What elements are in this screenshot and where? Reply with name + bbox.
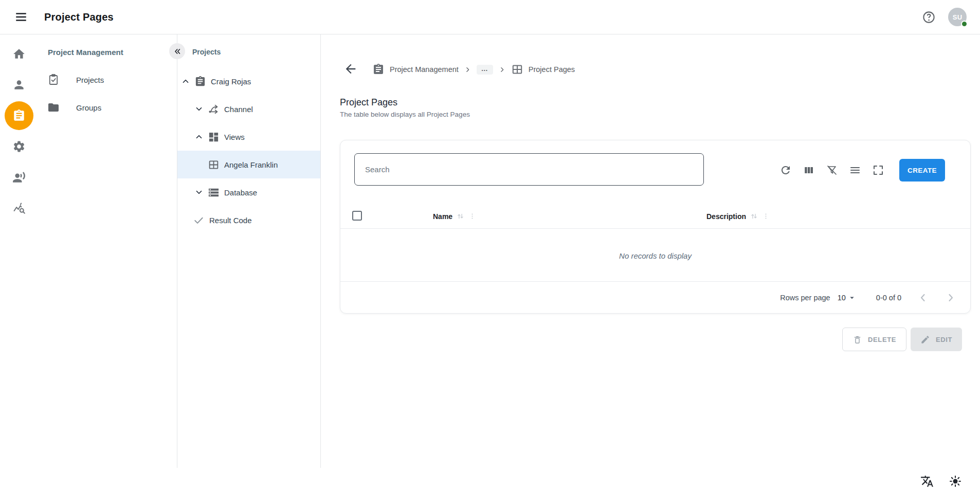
dashboard-icon xyxy=(208,131,220,143)
data-table-card: CREATE Name Description No records to di… xyxy=(340,140,971,314)
person-icon xyxy=(12,78,26,92)
translate-icon xyxy=(920,475,934,488)
folder-icon xyxy=(47,101,60,114)
view-columns-icon xyxy=(803,164,815,176)
pagination-range: 0-0 of 0 xyxy=(876,294,901,302)
chevron-up-icon[interactable] xyxy=(194,132,204,141)
create-button[interactable]: CREATE xyxy=(899,159,945,182)
breadcrumb-project-management[interactable]: Project Management xyxy=(372,63,459,76)
brightness-icon xyxy=(949,475,962,488)
table-toolbar: CREATE xyxy=(779,159,945,182)
rail-item-settings[interactable] xyxy=(4,131,34,162)
rows-per-page-select[interactable]: 10 xyxy=(838,293,857,302)
help-icon xyxy=(922,10,936,24)
rail-item-analytics[interactable] xyxy=(4,193,34,224)
density-button[interactable] xyxy=(849,164,861,176)
clipboard-check-icon xyxy=(47,74,60,86)
hamburger-menu-button[interactable] xyxy=(13,9,29,25)
menu-icon xyxy=(14,10,28,24)
arrow-back-icon xyxy=(343,62,358,76)
column-menu-icon[interactable] xyxy=(762,212,770,220)
tree-node-label: Angela Franklin xyxy=(224,160,278,169)
next-page-button[interactable] xyxy=(945,292,957,304)
sort-icon[interactable] xyxy=(456,212,465,220)
topbar-actions: SU xyxy=(922,8,967,26)
view-columns-button[interactable] xyxy=(803,164,815,176)
tree-node-label: Database xyxy=(224,188,257,197)
collapse-panel-button[interactable] xyxy=(169,43,185,59)
help-button[interactable] xyxy=(922,10,936,24)
tree-node-label: Views xyxy=(224,133,245,141)
module-nav-panel: Project Management Projects Groups xyxy=(38,34,177,490)
clipboard-icon xyxy=(372,63,385,76)
select-all-checkbox[interactable] xyxy=(352,211,362,221)
nav-item-label: Groups xyxy=(76,103,101,112)
search-input[interactable] xyxy=(354,153,704,186)
query-stats-icon xyxy=(12,202,26,215)
nav-item-groups[interactable]: Groups xyxy=(38,96,177,119)
edit-button[interactable]: EDIT xyxy=(911,328,962,351)
fullscreen-button[interactable] xyxy=(872,164,884,176)
page-subtitle: The table below displays all Project Pag… xyxy=(340,111,470,118)
rail-item-projects-active[interactable] xyxy=(4,100,34,131)
refresh-icon xyxy=(779,164,792,176)
rail-item-announcements[interactable] xyxy=(4,162,34,193)
edit-button-label: EDIT xyxy=(936,336,952,343)
rail-item-users[interactable] xyxy=(4,69,34,100)
nav-item-projects[interactable]: Projects xyxy=(38,68,177,91)
column-header-name: Name xyxy=(433,204,476,228)
user-avatar[interactable]: SU xyxy=(948,8,967,26)
tree-node-label: Craig Rojas xyxy=(211,77,251,86)
nav-item-label: Projects xyxy=(76,76,104,84)
nav-list: Projects Groups xyxy=(38,68,177,119)
chevron-up-icon[interactable] xyxy=(181,77,190,86)
project-tree: Craig Rojas Channel Views xyxy=(177,67,320,234)
tree-node-result-code[interactable]: Result Code xyxy=(177,206,320,234)
nav-panel-heading: Project Management xyxy=(48,48,177,57)
clipboard-icon xyxy=(12,109,26,122)
page-corner-tools xyxy=(920,475,962,488)
clipboard-icon xyxy=(194,76,206,87)
chevron-left-icon xyxy=(917,292,929,304)
table-icon xyxy=(208,159,220,171)
sort-icon[interactable] xyxy=(750,212,758,220)
breadcrumb-project-pages[interactable]: Project Pages xyxy=(511,63,575,76)
previous-page-button[interactable] xyxy=(917,292,929,304)
tree-node-label: Result Code xyxy=(209,216,252,225)
column-label: Description xyxy=(706,212,746,221)
delete-button[interactable]: DELETE xyxy=(842,328,906,351)
density-icon xyxy=(849,164,861,176)
check-icon xyxy=(193,214,205,226)
active-rail-badge xyxy=(5,101,33,130)
rows-per-page-label: Rows per page xyxy=(780,294,830,302)
tree-node-craig-rojas[interactable]: Craig Rojas xyxy=(177,67,320,95)
chevron-right-icon xyxy=(499,66,505,73)
breadcrumb-ellipsis-button[interactable]: … xyxy=(477,65,493,75)
brightness-button[interactable] xyxy=(949,475,962,488)
column-menu-icon[interactable] xyxy=(468,212,476,220)
column-header-description: Description xyxy=(706,204,770,228)
rail-item-home[interactable] xyxy=(4,39,34,69)
rows-per-page-value: 10 xyxy=(838,294,846,302)
page-title: Project Pages xyxy=(340,97,470,108)
refresh-button[interactable] xyxy=(779,164,792,176)
chevron-down-icon[interactable] xyxy=(194,104,204,114)
filter-off-icon xyxy=(826,164,838,176)
chevron-right-icon xyxy=(464,66,471,73)
pencil-icon xyxy=(920,335,930,344)
back-button[interactable] xyxy=(343,62,359,76)
tree-node-database[interactable]: Database xyxy=(177,178,320,206)
tree-node-angela-franklin[interactable]: Angela Franklin xyxy=(177,151,320,178)
breadcrumb: Project Management … Project Pages xyxy=(372,62,575,77)
table-pagination: Rows per page 10 0-0 of 0 xyxy=(340,281,970,313)
main-content: Project Management … Project Pages Proje… xyxy=(321,34,980,490)
trash-icon xyxy=(852,335,862,344)
presence-dot xyxy=(961,21,968,27)
chevron-down-icon[interactable] xyxy=(194,188,204,197)
filter-off-button[interactable] xyxy=(826,164,838,176)
tree-node-views[interactable]: Views xyxy=(177,123,320,151)
translate-button[interactable] xyxy=(920,475,934,488)
tree-node-channel[interactable]: Channel xyxy=(177,95,320,123)
double-chevron-left-icon xyxy=(173,47,182,56)
caret-down-icon xyxy=(847,293,857,302)
